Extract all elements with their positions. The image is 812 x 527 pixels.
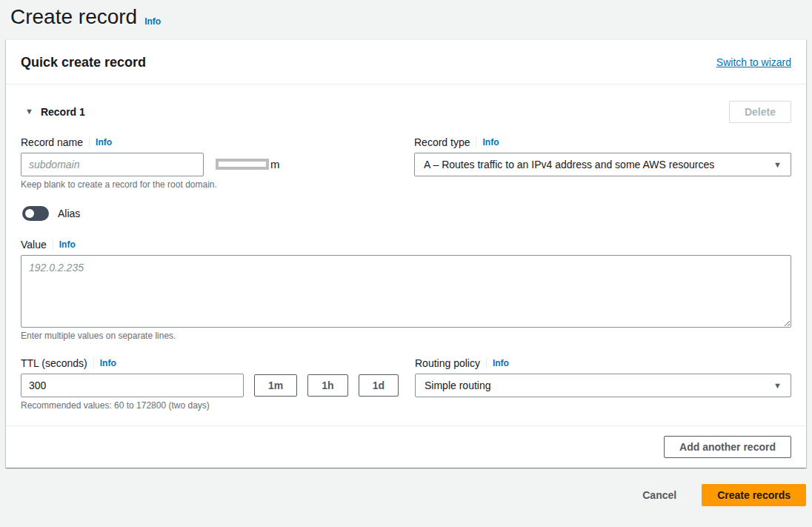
delete-record-button[interactable]: Delete bbox=[729, 101, 791, 123]
toggle-knob bbox=[25, 209, 34, 218]
record-name-input[interactable] bbox=[21, 153, 204, 176]
chevron-down-icon: ▼ bbox=[773, 381, 782, 390]
ttl-helper: Recommended values: 60 to 172800 (two da… bbox=[21, 400, 399, 411]
panel-footer: Add another record bbox=[6, 425, 806, 468]
cancel-button[interactable]: Cancel bbox=[638, 488, 681, 502]
value-field-group: Value Info Enter multiple values on sepa… bbox=[21, 239, 791, 341]
value-textarea[interactable] bbox=[21, 255, 791, 328]
page-actions: Cancel Create records bbox=[0, 484, 806, 506]
alias-toggle[interactable] bbox=[22, 206, 49, 221]
record-name-label: Record name bbox=[21, 136, 83, 148]
value-info-link[interactable]: Info bbox=[59, 239, 76, 250]
record-type-info-link[interactable]: Info bbox=[482, 137, 499, 148]
collapse-caret-icon[interactable]: ▼ bbox=[25, 107, 33, 116]
record-name-info-link[interactable]: Info bbox=[96, 137, 112, 148]
page-title: Create record bbox=[10, 6, 137, 29]
record-expander[interactable]: ▼ Record 1 bbox=[25, 106, 85, 118]
label-separator bbox=[53, 239, 53, 250]
panel-title: Quick create record bbox=[21, 55, 146, 70]
ttl-label: TTL (seconds) bbox=[21, 357, 87, 369]
routing-policy-value: Simple routing bbox=[425, 379, 491, 391]
label-separator bbox=[476, 136, 476, 148]
value-label: Value bbox=[21, 239, 47, 251]
create-records-button[interactable]: Create records bbox=[702, 484, 806, 506]
switch-to-wizard-link[interactable]: Switch to wizard bbox=[716, 56, 791, 68]
label-separator bbox=[93, 357, 94, 368]
alias-row: Alias bbox=[22, 206, 791, 221]
record-type-value: A – Routes traffic to an IPv4 address an… bbox=[424, 159, 714, 170]
page-header: Create record Info bbox=[0, 0, 812, 39]
ttl-1h-button[interactable]: 1h bbox=[307, 374, 347, 397]
record-type-field-group: Record type Info A – Routes traffic to a… bbox=[414, 136, 791, 190]
value-helper: Enter multiple values on separate lines. bbox=[21, 331, 791, 341]
ttl-info-link[interactable]: Info bbox=[100, 358, 116, 368]
ttl-field-group: TTL (seconds) Info 1m 1h 1d Recommended … bbox=[21, 357, 399, 411]
quick-create-record-panel: Quick create record Switch to wizard ▼ R… bbox=[6, 39, 806, 468]
domain-suffix-text: m bbox=[270, 158, 280, 170]
routing-policy-label: Routing policy bbox=[415, 357, 480, 369]
record-name-field-group: Record name Info m Keep blank to create … bbox=[21, 136, 398, 190]
ttl-input[interactable] bbox=[21, 374, 244, 397]
record-type-label: Record type bbox=[414, 136, 470, 148]
routing-policy-select[interactable]: Simple routing ▼ bbox=[415, 374, 791, 397]
record-header: ▼ Record 1 Delete bbox=[21, 101, 791, 123]
record-name-helper: Keep blank to create a record for the ro… bbox=[21, 179, 398, 190]
routing-policy-info-link[interactable]: Info bbox=[493, 358, 509, 368]
panel-header: Quick create record Switch to wizard bbox=[6, 40, 806, 84]
ttl-routing-row: TTL (seconds) Info 1m 1h 1d Recommended … bbox=[21, 357, 791, 411]
redacted-domain-name bbox=[216, 159, 269, 170]
record-type-select[interactable]: A – Routes traffic to an IPv4 address an… bbox=[414, 153, 791, 176]
label-separator bbox=[486, 357, 487, 368]
name-type-row: Record name Info m Keep blank to create … bbox=[21, 136, 791, 190]
panel-body: ▼ Record 1 Delete Record name Info m Kee… bbox=[6, 84, 806, 425]
add-another-record-button[interactable]: Add another record bbox=[664, 436, 791, 458]
ttl-1m-button[interactable]: 1m bbox=[254, 374, 297, 397]
chevron-down-icon: ▼ bbox=[773, 160, 782, 169]
page-title-info-link[interactable]: Info bbox=[144, 16, 161, 27]
ttl-1d-button[interactable]: 1d bbox=[359, 374, 399, 397]
label-separator bbox=[89, 136, 90, 148]
routing-policy-field-group: Routing policy Info Simple routing ▼ bbox=[415, 357, 791, 411]
record-title: Record 1 bbox=[41, 106, 85, 118]
alias-label: Alias bbox=[58, 208, 80, 219]
